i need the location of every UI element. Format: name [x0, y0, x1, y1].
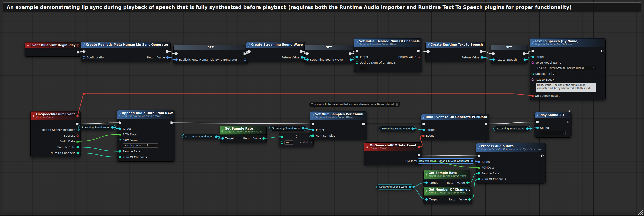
rate-pin[interactable] [119, 150, 121, 153]
reroute-node[interactable] [82, 93, 85, 95]
delegate-pin[interactable] [418, 146, 420, 148]
out-pin[interactable] [412, 127, 414, 130]
gnc-node[interactable]: ƒGet Number Of ChannelsTarget is Importe… [424, 187, 472, 204]
valueIn-pin[interactable] [175, 58, 178, 61]
execIn-pin[interactable] [248, 50, 251, 53]
target-pin[interactable] [422, 129, 425, 131]
return-pin[interactable] [481, 56, 483, 59]
execOut-pin[interactable] [170, 121, 173, 124]
delegate-pin[interactable] [77, 44, 79, 46]
valueOut-pin[interactable] [350, 58, 352, 61]
execIn-pin[interactable] [536, 121, 539, 123]
execIn-pin[interactable] [175, 52, 178, 55]
gsr2-node[interactable]: ƒGet Sample RateTarget is Imported Sound… [424, 170, 470, 187]
speaker-pin[interactable] [532, 73, 534, 75]
node-comment-bubble[interactable]: This needs to be called so that audio is… [309, 102, 400, 107]
rate-pin[interactable] [76, 146, 79, 148]
begin-play-node[interactable]: ◆Event Blueprint Begin Play [24, 42, 81, 57]
onresult-pin[interactable] [532, 95, 534, 97]
play-node[interactable]: ƒPlay Sound 2DSound▾ [534, 112, 572, 138]
rate-pin[interactable] [478, 172, 480, 175]
delegate-pin[interactable] [76, 115, 78, 117]
execOut-pin[interactable] [480, 50, 483, 53]
raw-pin[interactable]: ▦ [119, 133, 121, 136]
pill-lip-node[interactable]: Realistic Meta Human Lip Sync Generator [416, 158, 476, 164]
ongen-node[interactable]: ◆OnGeneratePCMData_EventCustom EventPCMD… [364, 142, 422, 165]
pill1-node[interactable]: Streaming Sound Wave [78, 125, 116, 130]
execIn-pin[interactable] [492, 52, 495, 55]
execIn-pin[interactable] [119, 121, 122, 124]
out-pin[interactable] [471, 160, 474, 162]
return-pin[interactable] [301, 56, 303, 59]
execOut-pin[interactable] [417, 50, 420, 52]
target-pin[interactable] [532, 56, 534, 58]
execIn-pin[interactable] [312, 123, 314, 125]
pill5-node[interactable]: Streaming Sound Wave [376, 184, 414, 190]
samples-pin[interactable] [312, 134, 314, 137]
audio-pin[interactable]: ▦ [76, 140, 79, 143]
target-pin[interactable] [478, 161, 480, 163]
value-input[interactable] [552, 72, 557, 76]
chan-pin[interactable] [119, 156, 121, 158]
create-tts-node[interactable]: ƒCreate Runtime Text to SpeechReturn Val… [426, 42, 485, 62]
chan-pin[interactable] [76, 152, 79, 154]
return-pin[interactable] [166, 56, 169, 59]
process-node[interactable]: ƒProcess Audio DataTarget is Realistic M… [476, 143, 546, 184]
target-pin[interactable] [425, 198, 428, 201]
gsr1-node[interactable]: ƒGet Sample RateTarget is Imported Sound… [220, 126, 267, 143]
target-pin[interactable] [356, 56, 358, 58]
valueOut-pin[interactable] [524, 58, 526, 61]
set-lipsync-node[interactable]: SETRealistic Meta Human Lip Sync Generat… [174, 45, 248, 64]
dropdown[interactable]: English (United States) - Kokoro (Bella)… [536, 66, 596, 70]
dropdown[interactable]: ▾ [541, 131, 566, 135]
format-pin[interactable] [119, 139, 121, 141]
bubble-pin-icon[interactable]: ▤ [396, 103, 398, 106]
pill4-node[interactable]: Streaming Sound Wave [379, 126, 416, 131]
execOut-pin[interactable] [541, 155, 544, 157]
set-tts-node[interactable]: SETText to Speech [490, 45, 528, 64]
valueIn-pin[interactable] [306, 58, 308, 61]
target-pin[interactable] [425, 182, 428, 184]
sound-pin[interactable] [536, 127, 539, 129]
return-pin[interactable] [262, 137, 265, 140]
text-to-speak-input[interactable] [536, 83, 596, 92]
blueprint-canvas[interactable]: An example demonstrating lip sync during… [0, 0, 644, 216]
value-input[interactable] [284, 140, 293, 145]
execOut-pin[interactable] [485, 123, 488, 125]
a-pin[interactable] [281, 136, 283, 138]
execOut-pin[interactable] [523, 52, 526, 55]
out-pin[interactable] [409, 186, 412, 188]
target-pin[interactable] [119, 127, 121, 130]
pill2-node[interactable]: Streaming Sound Wave [182, 134, 220, 139]
pill3-node[interactable]: Streaming Sound Wave [269, 126, 306, 131]
pcm-pin[interactable]: ▦ [478, 166, 480, 169]
execOut-pin[interactable] [349, 52, 352, 55]
set-initial-node[interactable]: ƒSet Initial Desired Num Of ChannelsTarg… [354, 38, 422, 72]
execIn-pin[interactable] [306, 52, 309, 55]
chan-pin[interactable] [478, 178, 480, 180]
divide-node[interactable]: ÷Add pin ⊕ [279, 133, 314, 147]
execOut-pin[interactable] [76, 123, 79, 125]
execOut-pin[interactable] [77, 51, 80, 53]
add-pin-button[interactable]: Add pin ⊕ [300, 141, 312, 144]
execOut-pin[interactable] [567, 121, 570, 123]
return-pin[interactable] [466, 182, 468, 184]
out-pin[interactable] [302, 127, 304, 129]
execOut-pin[interactable] [300, 50, 303, 53]
success-pin[interactable] [76, 134, 79, 137]
pill6-node[interactable]: Streaming Sound Wave [494, 126, 531, 131]
execIn-pin[interactable] [422, 123, 425, 125]
bind-node[interactable]: ƒBind Event to On Generate PCMDataTarget… [421, 114, 490, 140]
execIn-pin[interactable] [356, 50, 358, 52]
value-input[interactable] [360, 66, 367, 70]
execOut-pin[interactable] [601, 50, 604, 52]
target-pin[interactable] [222, 137, 224, 140]
execIn-pin[interactable] [427, 50, 430, 53]
event-pin[interactable] [422, 135, 424, 137]
return-pin[interactable] [418, 56, 420, 58]
execIn-pin[interactable] [532, 50, 534, 52]
return-pin[interactable] [468, 198, 470, 201]
config-pin[interactable] [83, 56, 85, 59]
execOut-pin[interactable] [362, 123, 365, 125]
execIn-pin[interactable] [83, 50, 86, 53]
